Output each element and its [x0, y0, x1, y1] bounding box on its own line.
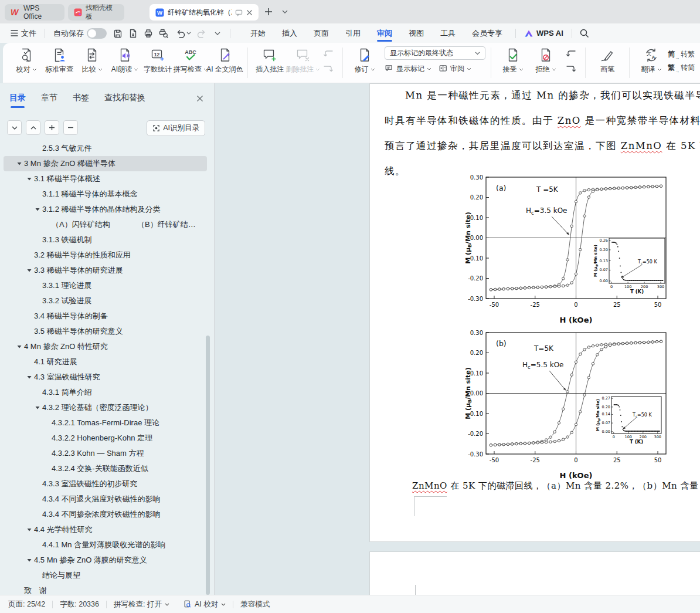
toc-item[interactable]: 3.3.2 试验进展 [4, 293, 207, 309]
toc-item[interactable]: 4.3.2 理论基础（密度泛函理论） [4, 400, 207, 415]
tab-wps-home[interactable]: W WPS Office [5, 4, 64, 21]
toc-item[interactable]: 3.3 稀磁半导体的研究进展 [4, 263, 207, 278]
menu-tab-review[interactable]: 审阅 [369, 23, 400, 43]
file-menu[interactable]: 文件 [7, 23, 40, 43]
review-pane-button[interactable]: 审阅 [439, 62, 471, 75]
markup-state-select[interactable]: 显示标记的最终状态 [385, 46, 485, 60]
toc-next-heading-button[interactable] [7, 120, 22, 135]
translate-button[interactable]: 文A 翻译 [635, 46, 668, 76]
toc-item[interactable]: 3.1.3 铁磁机制 [4, 232, 207, 248]
menu-tab-tools[interactable]: 工具 [432, 23, 464, 43]
toc-item[interactable]: 3.4 稀磁半导体的制备 [4, 309, 207, 324]
toc-collapse-arrow-icon[interactable] [15, 162, 24, 165]
document-page[interactable]: -50-25025500.300.200.100.00-0.10-0.20-0.… [369, 83, 700, 542]
ai-recognize-toc-button[interactable]: AI识别目录 [147, 120, 205, 136]
traditional-to-simplified-button[interactable]: 繁→ 转简 [668, 63, 695, 72]
ai-proofread-status[interactable]: AI 校对 [176, 595, 233, 613]
figure-hysteresis-a[interactable]: -50-25025500.300.200.100.00-0.10-0.20-0.… [464, 172, 675, 326]
wps-ai-button[interactable]: WPS AI [521, 23, 567, 43]
toc-item-label[interactable]: （B）纤锌矿结… [137, 217, 196, 232]
quick-access-chevron-icon[interactable] [210, 26, 225, 40]
toc-item[interactable]: 2.5.3 气敏元件 [4, 141, 207, 156]
tab-document-active[interactable]: W 纤锌矿结构氧化锌（ZnO）设 [149, 4, 259, 21]
pen-button[interactable]: 画笔 [591, 46, 624, 76]
toc-item[interactable]: 4.3 室温铁磁性研究 [4, 370, 207, 385]
sidebar-tab-toc[interactable]: 目录 [9, 93, 26, 108]
toc-item[interactable]: 结论与展望 [4, 568, 207, 583]
toc-item[interactable]: 4.4 光学特性研究 [4, 522, 207, 537]
redo-button[interactable] [195, 26, 210, 40]
proofread-button[interactable]: 校对 [10, 46, 43, 76]
sidebar-tab-bookmarks[interactable]: 书签 [73, 93, 89, 108]
reject-revision-button[interactable]: 拒绝 [529, 46, 562, 76]
autosave-control[interactable]: 自动保存 [50, 23, 110, 43]
search-icon[interactable] [577, 26, 592, 40]
toc-item[interactable]: 4.3.2.4 交换-关联能函数近似 [4, 461, 207, 476]
sidebar-tab-chapters[interactable]: 章节 [41, 93, 57, 108]
toc-item[interactable]: 4.1 研究进展 [4, 354, 207, 370]
standard-review-button[interactable]: 标准审查 [43, 46, 76, 76]
ai-read-button[interactable]: AI朗读 [108, 46, 141, 76]
compatibility-mode-indicator[interactable]: 兼容模式 [233, 595, 277, 613]
print-button[interactable] [141, 26, 156, 40]
toc-item[interactable]: （A）闪锌矿结构（B）纤锌矿结… [4, 217, 207, 232]
toc-item[interactable]: 4.3.1 简单介绍 [4, 385, 207, 400]
toc-previous-heading-button[interactable] [26, 120, 40, 135]
toc-item[interactable]: 3.3.1 理论进展 [4, 278, 207, 293]
previous-revision-button[interactable] [562, 48, 580, 60]
sidebar-scrollbar-thumb[interactable] [206, 336, 210, 595]
menu-tab-page[interactable]: 页面 [305, 23, 337, 43]
delete-comment-button[interactable]: 删除批注 [286, 46, 320, 76]
document-next-page[interactable] [369, 551, 700, 595]
toc-collapse-arrow-icon[interactable] [25, 177, 34, 181]
toc-item[interactable]: 致 谢 [4, 583, 207, 595]
previous-comment-button[interactable] [320, 48, 337, 60]
toc-item[interactable]: 3.2 稀磁半导体的性质和应用 [4, 248, 207, 263]
word-count-indicator[interactable]: 字数: 20336 [53, 595, 106, 613]
ai-polish-button[interactable]: AI 全文润色 [208, 46, 243, 76]
page-indicator[interactable]: 页面: 25/42 [8, 595, 52, 613]
toc-item[interactable]: 4 Mn 掺杂 ZnO 特性研究 [4, 339, 207, 354]
spell-check-button[interactable]: ABC 拼写检查 [174, 46, 208, 76]
next-comment-button[interactable] [320, 63, 337, 76]
toc-item[interactable]: 3 Mn 掺杂 ZnO 稀磁半导体 [4, 156, 207, 171]
menu-tab-home[interactable]: 开始 [242, 23, 274, 43]
menu-tab-references[interactable]: 引用 [337, 23, 369, 43]
toc-item[interactable]: 4.3.3 室温铁磁性的初步研究 [4, 476, 207, 492]
toc-item[interactable]: 4.3.2.2 Hohenberg-Kohn 定理 [4, 431, 207, 446]
sidebar-close-icon[interactable] [196, 95, 203, 102]
show-markup-button[interactable]: 显示标记 [385, 62, 431, 75]
toc-item[interactable]: 4.3.2.3 Kohn — Sham 方程 [4, 446, 207, 461]
toc-collapse-arrow-icon[interactable] [25, 375, 34, 379]
tab-list-chevron-icon[interactable] [278, 5, 292, 19]
insert-comment-button[interactable]: 插入批注 [253, 46, 286, 76]
toc-item[interactable]: 4.3.4 不同退火温度对铁磁性的影响 [4, 492, 207, 507]
toc-item[interactable]: 4.3.2.1 Tomas-Fermi-Dirae 理论 [4, 415, 207, 431]
figure-hysteresis-b[interactable]: -50-25025500.300.200.100.00-0.10-0.20-0.… [464, 327, 675, 481]
sidebar-tab-find-replace[interactable]: 查找和替换 [104, 93, 145, 108]
toc-collapse-arrow-icon[interactable] [33, 406, 42, 409]
track-changes-button[interactable]: 修订 [348, 46, 381, 76]
menu-tab-member[interactable]: 会员专享 [464, 23, 511, 43]
toc-item[interactable]: 3.1 稀磁半导体概述 [4, 171, 207, 187]
undo-chevron-icon[interactable] [186, 32, 191, 35]
toc-item[interactable]: 3.1.1 稀磁半导体的基本概念 [4, 187, 207, 202]
compare-button[interactable]: 比较 [76, 46, 108, 76]
menu-tab-view[interactable]: 视图 [400, 23, 432, 43]
autosave-toggle[interactable] [87, 28, 107, 39]
toc-item[interactable]: 3.5 稀磁半导体的研究意义 [4, 324, 207, 339]
next-revision-button[interactable] [562, 63, 580, 76]
toc-collapse-arrow-icon[interactable] [25, 558, 34, 562]
comment-bubble-icon[interactable] [235, 9, 243, 16]
undo-button[interactable] [171, 23, 195, 43]
close-icon[interactable] [246, 9, 253, 16]
word-count-button[interactable]: 12 字数统计 [141, 46, 174, 76]
tab-template[interactable]: 找稻壳模板 [68, 4, 124, 21]
export-button[interactable] [125, 26, 141, 40]
toc-item[interactable]: 4.5 Mn 掺杂 ZnO 薄膜的研究意义 [4, 553, 207, 568]
toc-item[interactable]: 3.1.2 稀磁半导体的晶体结构及分类 [4, 202, 207, 217]
toc-item[interactable]: 4.3.4 不同掺杂浓度对铁磁性的影响 [4, 507, 207, 522]
toc-expand-all-button[interactable] [45, 120, 59, 135]
spell-check-status[interactable]: 拼写检查: 打开 [107, 595, 176, 613]
menu-tab-insert[interactable]: 插入 [274, 23, 305, 43]
